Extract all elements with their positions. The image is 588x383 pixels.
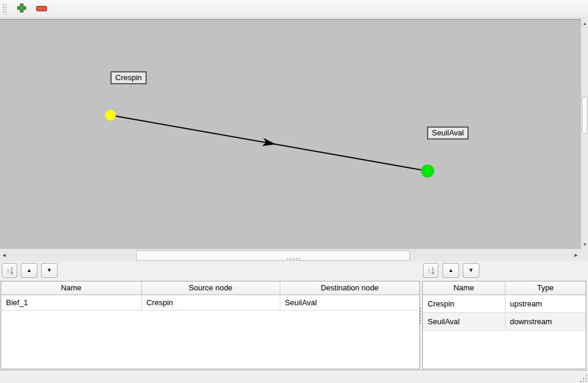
- vertical-splitter-handle[interactable]: [419, 307, 422, 324]
- table-row[interactable]: Bief_1CrespinSeuilAval: [1, 295, 419, 310]
- node-sort-button[interactable]: ↑ 1 9: [423, 263, 438, 278]
- node-move-down-button[interactable]: ▼: [463, 263, 479, 278]
- up-arrow-icon: ▲: [448, 268, 454, 273]
- table-cell[interactable]: SeuilAval: [423, 312, 505, 330]
- table-cell[interactable]: Bief_1: [1, 295, 141, 310]
- network-graph: [0, 20, 581, 249]
- header-row: NameSource nodeDestination node: [1, 281, 419, 295]
- table-row[interactable]: Crespinupstream: [423, 295, 586, 312]
- main-toolbar: [0, 0, 588, 18]
- network-canvas[interactable]: CrespinSeuilAval: [0, 19, 581, 249]
- column-header[interactable]: Source node: [141, 281, 280, 295]
- reach-table: NameSource nodeDestination nodeBief_1Cre…: [1, 281, 419, 311]
- reach-move-up-button[interactable]: ▲: [21, 263, 37, 278]
- table-cell[interactable]: Crespin: [423, 295, 505, 312]
- node-label[interactable]: SeuilAval: [427, 126, 469, 140]
- node-table: NameTypeCrespinupstreamSeuilAvaldownstre…: [423, 281, 586, 331]
- status-bar: [0, 370, 588, 383]
- table-row[interactable]: SeuilAvaldownstream: [423, 312, 586, 330]
- scroll-right-button[interactable]: ▶: [572, 249, 580, 261]
- table-cell[interactable]: downstream: [505, 312, 586, 330]
- plus-icon: [17, 3, 27, 15]
- add-button[interactable]: [13, 1, 30, 17]
- resize-grip-icon[interactable]: [578, 373, 587, 382]
- remove-button[interactable]: [33, 1, 50, 17]
- node-label[interactable]: Crespin: [110, 71, 147, 84]
- scroll-left-button[interactable]: ◀: [0, 249, 8, 261]
- scroll-down-button[interactable]: ▼: [581, 240, 588, 249]
- header-row: NameType: [423, 281, 586, 295]
- table-cell[interactable]: Crespin: [141, 295, 280, 310]
- scroll-up-button[interactable]: ▲: [581, 19, 588, 28]
- horizontal-splitter-handle[interactable]: [286, 258, 302, 260]
- node-move-up-button[interactable]: ▲: [442, 263, 459, 278]
- scrollbar-corner: [581, 249, 588, 261]
- lower-pane: ↑ 1 9 ▲ ▼ ↑ 1 9 ▲: [0, 261, 588, 370]
- table-cell[interactable]: upstream: [505, 295, 586, 312]
- column-header[interactable]: Name: [423, 281, 505, 295]
- column-header[interactable]: Destination node: [280, 281, 419, 295]
- column-header[interactable]: Type: [505, 281, 586, 295]
- horizontal-scrollbar-thumb[interactable]: [136, 251, 410, 261]
- sort-ascending-icon: ↑ 1 9: [6, 267, 12, 275]
- sort-ascending-icon: ↑ 1 9: [427, 267, 434, 275]
- edge-direction-arrow-icon: [262, 138, 277, 148]
- column-header[interactable]: Name: [1, 281, 141, 295]
- reach-move-down-button[interactable]: ▼: [41, 263, 58, 278]
- toolbar-drag-handle[interactable]: [2, 4, 7, 14]
- minus-icon: [36, 5, 47, 14]
- canvas-vertical-scrollbar[interactable]: ▲ ▼: [581, 19, 588, 249]
- reach-table-container: NameSource nodeDestination nodeBief_1Cre…: [1, 281, 420, 369]
- down-arrow-icon: ▼: [469, 268, 474, 273]
- table-cell[interactable]: SeuilAval: [280, 295, 419, 310]
- reach-sort-button[interactable]: ↑ 1 9: [2, 263, 17, 278]
- application-window: CrespinSeuilAval ▲ ▼ ◀ ▶ ↑ 1 9 ▲ ▼: [0, 0, 588, 383]
- vertical-scrollbar-thumb[interactable]: [582, 97, 587, 134]
- graph-node[interactable]: [105, 110, 116, 121]
- node-table-container: NameTypeCrespinupstreamSeuilAvaldownstre…: [422, 281, 586, 369]
- graph-node[interactable]: [421, 164, 434, 178]
- down-arrow-icon: ▼: [47, 268, 52, 273]
- up-arrow-icon: ▲: [27, 268, 32, 273]
